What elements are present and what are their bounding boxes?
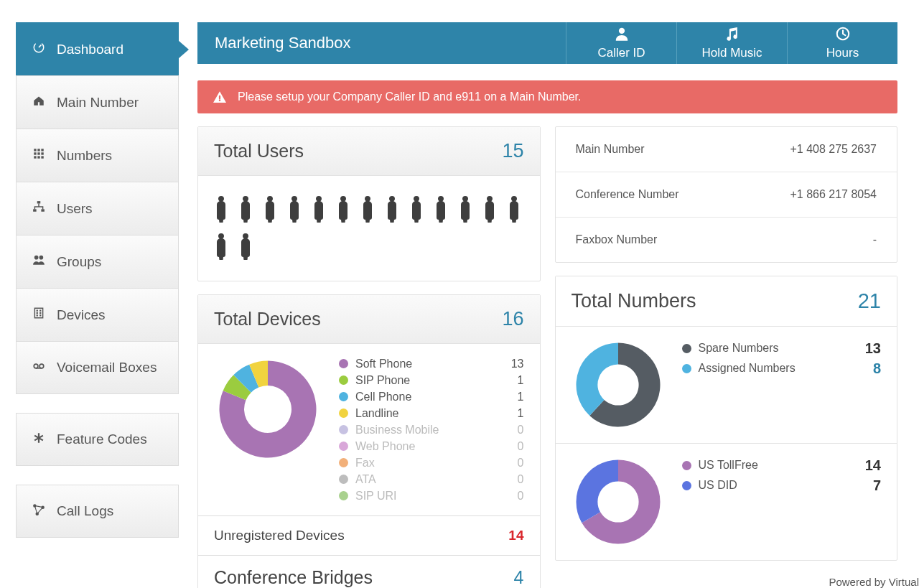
user-glyph-icon: [238, 196, 253, 223]
total-users-card: Total Users 15: [197, 126, 541, 281]
sidebar-item-label: Call Logs: [57, 503, 113, 519]
sidebar-item-voicemail-boxes[interactable]: Voicemail Boxes: [16, 341, 179, 394]
legend-value: 1: [495, 391, 524, 403]
legend-value: 0: [495, 490, 524, 503]
header-btn-hold-music[interactable]: Hold Music: [676, 22, 787, 64]
sidebar-item-label: Dashboard: [57, 42, 123, 57]
devices-donut-chart: [214, 355, 322, 463]
sidebar-item-label: Feature Codes: [57, 431, 147, 447]
legend-row: US DID7: [682, 475, 882, 495]
total-devices-value: 16: [502, 308, 523, 330]
user-glyph-icon: [482, 196, 497, 223]
sidebar-item-label: Numbers: [57, 148, 112, 164]
total-numbers-card: Total Numbers 21 Spare Numbers13Assigned…: [555, 276, 898, 561]
svg-point-15: [39, 256, 44, 260]
user-glyph-icon: [263, 196, 277, 223]
sidebar-item-numbers[interactable]: Numbers: [16, 129, 179, 182]
header-bar: Marketing Sandbox Caller IDHold MusicHou…: [197, 22, 897, 64]
unregistered-label: Unregistered Devices: [214, 528, 345, 543]
sitemap-icon: [28, 200, 50, 217]
header-btn-label: Hours: [826, 46, 859, 60]
svg-rect-20: [39, 312, 41, 314]
legend-swatch-icon: [339, 375, 348, 385]
info-row-value: +1 408 275 2637: [790, 143, 877, 156]
legend-swatch-icon: [339, 392, 348, 401]
legend-row: Assigned Numbers8: [682, 358, 882, 378]
legend-value: 7: [845, 477, 881, 494]
user-glyph-row: [198, 176, 540, 281]
svg-rect-10: [41, 156, 43, 158]
legend-label: US TollFree: [699, 459, 846, 472]
gauge-icon: [28, 41, 50, 57]
legend-value: 13: [845, 340, 881, 357]
legend-value: 0: [495, 424, 524, 437]
user-glyph-icon: [336, 196, 350, 223]
legend-value: 13: [495, 358, 524, 370]
legend-value: 14: [845, 457, 881, 474]
legend-swatch-icon: [682, 344, 691, 353]
svg-rect-17: [37, 310, 38, 312]
total-users-value: 15: [502, 140, 523, 162]
legend-swatch-icon: [339, 475, 348, 484]
legend-row: SIP URI0: [339, 487, 524, 504]
info-row-label: Faxbox Number: [576, 233, 658, 246]
main-content: Please setup your Company Caller ID and …: [197, 80, 897, 588]
svg-rect-22: [39, 314, 41, 316]
numbers-type-chart: [572, 455, 665, 549]
svg-rect-4: [41, 149, 43, 151]
header-btn-caller-id[interactable]: Caller ID: [566, 22, 676, 64]
legend-label: Assigned Numbers: [699, 362, 846, 375]
info-row-value: -: [873, 233, 877, 246]
sidebar-item-groups[interactable]: Groups: [16, 235, 179, 288]
svg-rect-13: [41, 209, 45, 211]
legend-value: 8: [845, 360, 881, 377]
legend-label: US DID: [699, 479, 846, 492]
legend-label: Soft Phone: [355, 358, 495, 370]
sidebar-item-dashboard[interactable]: Dashboard: [16, 22, 179, 75]
user-glyph-icon: [507, 196, 521, 223]
user-glyph-icon: [458, 196, 472, 223]
home-icon: [28, 94, 50, 111]
legend-label: SIP URI: [355, 490, 495, 503]
svg-rect-2: [34, 149, 36, 151]
legend-row: Fax0: [339, 454, 524, 471]
svg-rect-8: [34, 156, 36, 158]
user-glyph-icon: [409, 196, 424, 223]
svg-rect-19: [37, 312, 38, 314]
legend-label: Business Mobile: [355, 424, 495, 437]
sidebar-item-main-number[interactable]: Main Number: [16, 75, 179, 129]
sidebar-item-call-logs[interactable]: Call Logs: [16, 485, 179, 538]
user-glyph-icon: [238, 233, 253, 261]
svg-rect-12: [33, 209, 37, 211]
legend-swatch-icon: [339, 458, 348, 467]
unregistered-value: 14: [508, 528, 523, 543]
info-row-value: +1 866 217 8054: [790, 188, 877, 201]
devices-legend: Soft Phone13SIP Phone1Cell Phone1Landlin…: [339, 355, 524, 504]
legend-row: Business Mobile0: [339, 421, 524, 438]
legend-row: Landline1: [339, 405, 524, 421]
svg-rect-7: [41, 152, 43, 154]
sidebar-item-label: Groups: [57, 254, 101, 270]
svg-rect-3: [37, 149, 39, 151]
legend-swatch-icon: [339, 425, 348, 434]
total-numbers-title: Total Numbers: [572, 290, 696, 312]
legend-value: 1: [495, 407, 524, 420]
total-devices-card: Total Devices 16 Soft Phone13SIP Phone1C…: [197, 294, 541, 588]
header-btn-hours[interactable]: Hours: [787, 22, 897, 64]
sidebar-item-label: Voicemail Boxes: [57, 360, 157, 375]
svg-rect-9: [37, 156, 39, 158]
legend-label: Fax: [355, 457, 495, 470]
voicemail-icon: [28, 360, 50, 376]
legend-swatch-icon: [682, 481, 691, 490]
sidebar-item-feature-codes[interactable]: Feature Codes: [16, 413, 179, 466]
svg-rect-11: [37, 201, 41, 203]
info-row: Main Number+1 408 275 2637: [556, 127, 897, 172]
building-icon: [28, 307, 50, 323]
sidebar-item-devices[interactable]: Devices: [16, 288, 179, 341]
svg-rect-18: [39, 310, 41, 312]
grid-icon: [28, 147, 50, 164]
conference-bridges-value: 4: [514, 567, 524, 588]
alert-banner: Please setup your Company Caller ID and …: [197, 80, 897, 113]
sidebar-item-users[interactable]: Users: [16, 182, 179, 235]
legend-row: Soft Phone13: [339, 355, 524, 372]
